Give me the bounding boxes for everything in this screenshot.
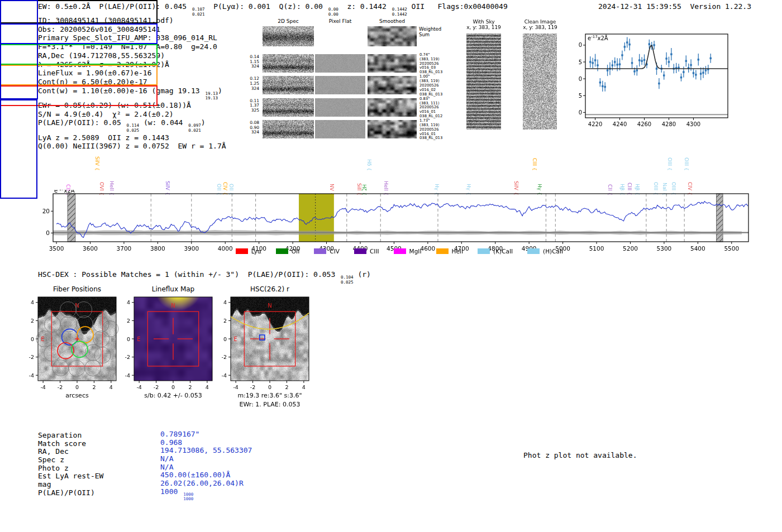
legend-label: CIV — [330, 248, 340, 255]
cutout-overlay: -4-4-2-2002244NE — [21, 293, 125, 401]
clean-image — [523, 33, 557, 130]
legend-item: OII — [276, 248, 299, 255]
svg-text:-2: -2 — [29, 354, 34, 360]
match-row-label: Match score — [38, 439, 86, 448]
match-row-value: 0.789167" — [160, 430, 199, 438]
fiber-circle — [93, 331, 109, 347]
svg-text:0: 0 — [223, 336, 227, 342]
cutout-overlay: -4-4-2-2002244NE — [117, 293, 221, 401]
with-sky-image — [466, 33, 501, 130]
sky-panel-title: Clean Imagex, y: 383, 119 — [523, 19, 557, 31]
cutout-title: Fiber Positions — [53, 285, 101, 293]
svg-text:4: 4 — [127, 299, 130, 305]
cutout-caption: m:19.3 re:3.6" s:3.6" — [237, 392, 302, 399]
spectrum-legend: LyαOIICIVCIIIMgIIHeII(K)CaII(H)CaII — [36, 248, 762, 255]
legend-swatch — [236, 248, 248, 254]
matched-object-box — [260, 335, 265, 340]
svg-text:10: 10 — [578, 76, 582, 82]
with-sky-frame — [0, 0, 38, 99]
emission-line-label: Hδ { — [366, 159, 372, 171]
emission-line-label: SiIV { — [94, 156, 100, 171]
match-table-row: Separation0.789167" — [38, 431, 351, 439]
clean-image-frame — [0, 99, 37, 199]
match-row-value: 1000 10001000 — [160, 487, 193, 502]
line-fit-inset-plot: 4220424042604280430005101520e-17x2Å — [578, 27, 762, 130]
legend-swatch — [394, 248, 406, 254]
legend-swatch — [527, 248, 540, 254]
fiber-circle — [85, 360, 101, 376]
match-row-label: Spec z — [38, 456, 64, 464]
match-row-value: N/A — [160, 454, 173, 463]
svg-text:2: 2 — [188, 384, 192, 390]
svg-text:2: 2 — [223, 318, 227, 324]
svg-text:4280: 4280 — [662, 121, 676, 127]
svg-text:5: 5 — [579, 93, 582, 99]
inset-unit-label: e-17x2Å — [588, 35, 608, 41]
legend-item: CIV — [314, 248, 340, 255]
svg-text:0: 0 — [75, 384, 79, 390]
legend-item: MgII — [394, 248, 422, 255]
fiber-circle — [102, 321, 118, 337]
match-row-label: Est LyA rest-EW — [38, 472, 103, 480]
svg-text:2: 2 — [31, 318, 34, 324]
compass-east: E — [41, 336, 44, 342]
emission-line-label: CIII { — [532, 158, 537, 171]
svg-text:4: 4 — [206, 384, 209, 390]
svg-text:-4: -4 — [29, 372, 34, 378]
match-row-label: mag — [38, 480, 51, 488]
legend-swatch — [478, 248, 490, 254]
svg-text:15: 15 — [578, 59, 582, 65]
svg-text:-2: -2 — [154, 384, 159, 390]
match-table-row: RA, Dec194.713086, 55.563307 — [38, 447, 351, 456]
svg-text:2: 2 — [92, 384, 96, 390]
svg-text:4300: 4300 — [686, 121, 700, 127]
catalog-match-table: Separation0.789167"Match score0.968RA, D… — [38, 431, 351, 497]
photz-note: Phot z plot not available. — [523, 451, 637, 459]
fiber-circle — [93, 316, 109, 332]
match-row-value: 450.00(±160.00)Å — [160, 471, 230, 479]
svg-text:0: 0 — [579, 109, 582, 116]
svg-text:4260: 4260 — [637, 121, 651, 127]
spectrum-line-labels: CII {SiIV {OVI {HeII {SiIV {OII {CIV {OI… — [36, 143, 762, 195]
svg-text:-2: -2 — [125, 354, 130, 360]
svg-text:0: 0 — [46, 229, 50, 236]
elixer-report-page: EW: 0.5±0.2Å P(LAE)/P(OII): 0.045 0.1070… — [0, 0, 782, 532]
legend-item: (H)CaII — [527, 248, 563, 255]
legend-label: MgII — [409, 248, 422, 255]
svg-text:4220: 4220 — [588, 121, 602, 127]
sky-panel-title: With Skyx, y: 383, 119 — [466, 19, 501, 31]
match-table-row: mag26.02(26.00,26.04)R — [38, 480, 351, 488]
svg-text:4240: 4240 — [613, 121, 627, 127]
emission-line-label: OIII { — [667, 157, 673, 171]
legend-label: (K)CaII — [493, 248, 513, 255]
compass-east: E — [233, 336, 237, 342]
spectrum-unit-label: e-17x2Å — [54, 190, 75, 194]
match-row-label: Separation — [38, 431, 82, 439]
svg-text:-2: -2 — [222, 354, 227, 360]
cutout-title: Lineflux Map — [152, 285, 194, 293]
inset-plot-svg: 4220424042604280430005101520e-17x2Å — [578, 27, 762, 130]
compass-east: E — [137, 336, 140, 342]
legend-label: (H)CaII — [543, 248, 563, 255]
match-row-value: 0.968 — [160, 438, 182, 447]
svg-text:-4: -4 — [233, 384, 238, 390]
compass-north: N — [171, 303, 175, 309]
legend-swatch — [276, 248, 288, 254]
svg-text:-4: -4 — [222, 372, 227, 378]
legend-item: CIII — [354, 248, 379, 255]
svg-text:-2: -2 — [58, 384, 63, 390]
legend-label: CIII — [370, 248, 379, 255]
selected-fiber-circle — [77, 327, 93, 343]
legend-swatch — [314, 248, 326, 254]
svg-text:0: 0 — [31, 336, 34, 342]
match-row-label: RA, Dec — [38, 447, 69, 456]
match-row-label: P(LAE)/P(OII) — [38, 488, 95, 497]
legend-label: HeII — [452, 248, 464, 255]
legend-label: OII — [292, 248, 299, 255]
cutout-caption: arcsecs — [65, 392, 88, 399]
svg-text:20: 20 — [578, 42, 582, 48]
svg-text:-4: -4 — [136, 384, 141, 390]
svg-text:20: 20 — [42, 208, 50, 214]
stacked-fraction: 10001000 — [183, 492, 193, 502]
fiber-circle — [44, 316, 60, 332]
